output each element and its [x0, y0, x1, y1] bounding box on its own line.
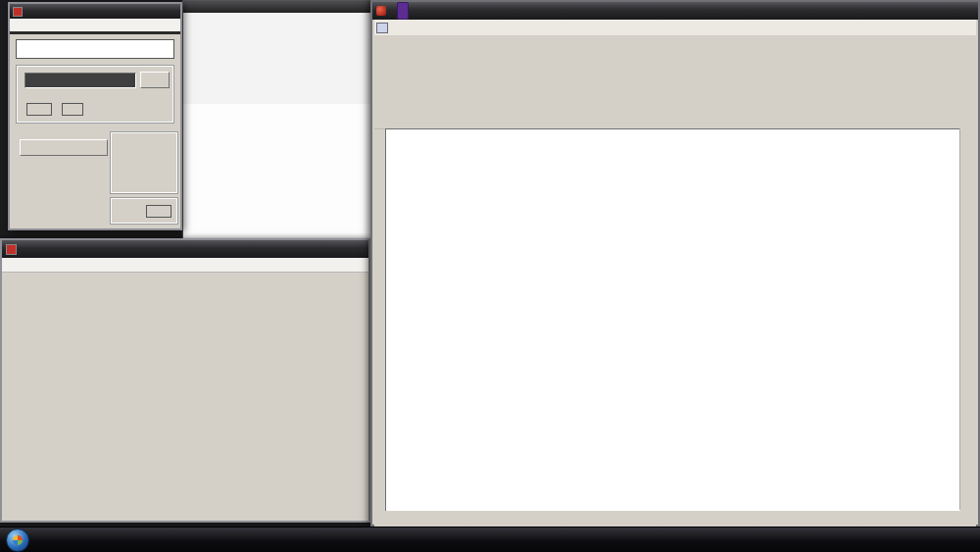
word-titlebar [183, 1, 377, 13]
error-led [62, 103, 83, 116]
trap-button[interactable] [140, 72, 170, 88]
ladder-test-icon [13, 7, 23, 17]
desktop [0, 0, 980, 552]
screen-recorder-widget[interactable] [397, 2, 409, 20]
ladder-vertical-scrollbar[interactable] [959, 128, 976, 510]
gx-developer-window [370, 0, 980, 527]
timing-chart-icon [6, 244, 17, 255]
switch-group [110, 131, 178, 194]
indicator-panel [16, 65, 174, 124]
ladder-editor[interactable] [385, 128, 960, 512]
word-tab-bar [187, 15, 377, 28]
word-window [182, 0, 378, 243]
io-system-group [110, 197, 178, 225]
timing-chart-window [0, 238, 370, 523]
timing-chart-body [2, 272, 368, 521]
word-document [183, 104, 377, 242]
taskbar [0, 527, 980, 552]
ladder-test-window [8, 2, 182, 230]
word-ribbon [183, 13, 377, 105]
run-led [26, 103, 52, 116]
windows-logo-icon [13, 535, 23, 545]
gx-app-icon [376, 6, 386, 16]
plc-model-box [16, 39, 174, 59]
gx-titlebar[interactable] [372, 2, 978, 20]
start-button[interactable] [6, 528, 29, 552]
gx-statusbar [374, 511, 976, 527]
separator [10, 31, 180, 34]
indicator-reset-button[interactable] [20, 139, 108, 156]
gx-mdi-doc-icon [376, 23, 388, 33]
timing-chart-titlebar[interactable] [2, 240, 368, 258]
ladder-test-titlebar[interactable] [10, 4, 180, 19]
plc-display-bar [24, 73, 136, 88]
io-run-led [146, 205, 172, 218]
